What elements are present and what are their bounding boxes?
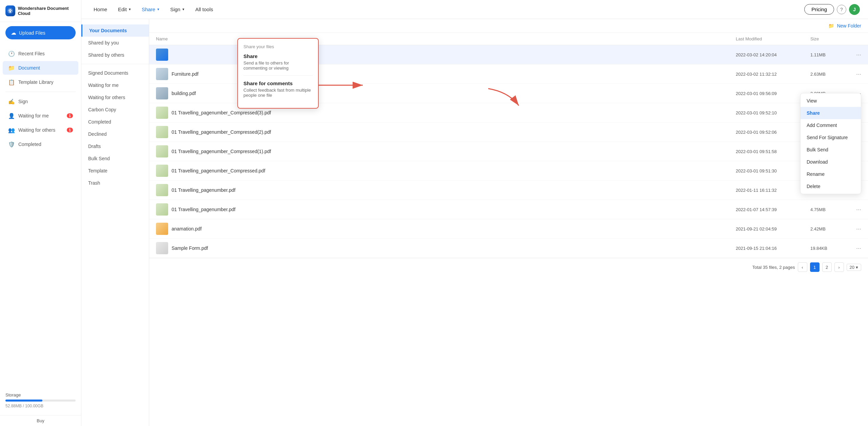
share-option2-title[interactable]: Share for comments bbox=[243, 80, 313, 86]
share-option1-title[interactable]: Share bbox=[243, 53, 313, 59]
avatar[interactable]: J bbox=[849, 4, 860, 15]
doc-nav-waiting-others[interactable]: Waiting for others bbox=[81, 91, 149, 104]
context-add-comment[interactable]: Add Comment bbox=[801, 119, 861, 131]
table-row[interactable]: 01 Travelling_pagenumber.pdf 2022-01-11 … bbox=[149, 181, 868, 200]
waiting-others-icon: 👥 bbox=[8, 127, 15, 133]
context-bulk-send[interactable]: Bulk Send bbox=[801, 144, 861, 156]
file-date: 2022-01-11 16:11:32 bbox=[736, 188, 810, 193]
topnav-edit[interactable]: Edit ▾ bbox=[114, 4, 135, 15]
more-options-button[interactable]: ··· bbox=[851, 71, 861, 78]
page-1-button[interactable]: 1 bbox=[810, 262, 820, 272]
content-area: Share your files Share Send a file to ot… bbox=[81, 19, 868, 426]
file-name: Sample Form.pdf bbox=[172, 245, 208, 251]
col-last-modified: Last Modified bbox=[736, 36, 810, 41]
file-name: anamation.pdf bbox=[172, 226, 202, 231]
sidebar-item-label: Template Library bbox=[18, 79, 54, 85]
file-date: 2022-03-02 11:32:12 bbox=[736, 72, 810, 77]
topnav-share[interactable]: Share ▾ bbox=[138, 4, 163, 15]
sidebar-item-sign[interactable]: ✍️ Sign bbox=[3, 95, 78, 108]
sidebar-item-label: Sign bbox=[18, 99, 28, 104]
doc-nav-template[interactable]: Template bbox=[81, 165, 149, 177]
file-name: 01 Travelling_pagenumber_Compressed(3).p… bbox=[172, 110, 271, 115]
file-date: 2022-03-01 09:52:06 bbox=[736, 130, 810, 135]
table-row[interactable]: 01 Travelling_pagenumber_Compressed(1).p… bbox=[149, 142, 868, 161]
main-area: Home Edit ▾ Share ▾ Sign ▾ All tools Pri… bbox=[81, 0, 868, 426]
sidebar-item-document[interactable]: 📁 Document bbox=[3, 61, 78, 75]
app-logo: Wondershare Document Cloud bbox=[0, 0, 81, 22]
sidebar-item-recent[interactable]: 🕐 Recent Files bbox=[3, 47, 78, 60]
doc-nav-waiting-me[interactable]: Waiting for me bbox=[81, 79, 149, 91]
waiting-others-badge: 1 bbox=[67, 128, 73, 132]
pricing-button[interactable]: Pricing bbox=[804, 4, 834, 15]
buy-button[interactable]: Buy bbox=[0, 415, 81, 426]
sidebar-item-waiting-me[interactable]: 👤 Waiting for me 1 bbox=[3, 109, 78, 123]
topnav-sign[interactable]: Sign ▾ bbox=[166, 4, 189, 15]
page-2-button[interactable]: 2 bbox=[822, 262, 832, 272]
more-options-button[interactable]: ··· bbox=[851, 245, 861, 252]
divider-1 bbox=[5, 92, 76, 92]
more-options-button[interactable]: ··· bbox=[851, 51, 861, 58]
next-page-button[interactable]: › bbox=[834, 262, 844, 272]
waiting-me-badge: 1 bbox=[67, 113, 73, 118]
file-size: 4.75MB bbox=[810, 207, 851, 212]
upload-button[interactable]: ☁ Upload Files bbox=[5, 26, 76, 39]
doc-nav-declined[interactable]: Declined bbox=[81, 128, 149, 140]
document-icon: 📁 bbox=[8, 64, 15, 71]
svg-rect-1 bbox=[9, 11, 11, 13]
doc-nav-completed[interactable]: Completed bbox=[81, 116, 149, 128]
more-options-button[interactable]: ··· bbox=[851, 225, 861, 233]
doc-nav-shared-by-others[interactable]: Shared by others bbox=[81, 49, 149, 61]
doc-nav-bulk-send[interactable]: Bulk Send bbox=[81, 152, 149, 165]
file-thumbnail bbox=[156, 145, 168, 158]
context-rename[interactable]: Rename bbox=[801, 168, 861, 180]
context-send-signature[interactable]: Send For Signature bbox=[801, 131, 861, 144]
table-row[interactable]: 01 Travelling_pagenumber.pdf 2022-01-07 … bbox=[149, 200, 868, 219]
upload-label: Upload Files bbox=[19, 30, 45, 36]
file-date: 2022-03-01 09:52:10 bbox=[736, 110, 810, 115]
topnav-alltools[interactable]: All tools bbox=[191, 4, 217, 15]
share-dropdown-title: Share your files bbox=[243, 44, 313, 49]
file-name: building.pdf bbox=[172, 91, 196, 96]
table-row[interactable]: 01 Travelling_pagenumber_Compressed.pdf … bbox=[149, 161, 868, 181]
doc-nav-your-documents[interactable]: Your Documents bbox=[81, 24, 149, 37]
doc-nav-carbon-copy[interactable]: Carbon Copy bbox=[81, 104, 149, 116]
file-name: 01 Travelling_pagenumber_Compressed(1).p… bbox=[172, 149, 271, 154]
file-name: 01 Travelling_pagenumber_Compressed.pdf bbox=[172, 168, 265, 173]
doc-nav-shared-by-you[interactable]: Shared by you bbox=[81, 37, 149, 49]
template-icon: 📋 bbox=[8, 79, 15, 86]
upload-icon: ☁ bbox=[11, 30, 16, 36]
doc-nav-drafts[interactable]: Drafts bbox=[81, 140, 149, 152]
sign-icon: ✍️ bbox=[8, 98, 15, 105]
topnav-home[interactable]: Home bbox=[90, 4, 111, 15]
new-folder-button[interactable]: 📁 New Folder bbox=[828, 23, 861, 29]
file-date: 2022-03-01 09:51:58 bbox=[736, 149, 810, 154]
sidebar-item-template[interactable]: 📋 Template Library bbox=[3, 75, 78, 89]
document-nav: Your Documents Shared by you Shared by o… bbox=[81, 19, 149, 426]
help-button[interactable]: ? bbox=[837, 5, 846, 14]
file-name-cell: 01 Travelling_pagenumber_Compressed(1).p… bbox=[156, 145, 736, 158]
prev-page-button[interactable]: ‹ bbox=[798, 262, 807, 272]
sidebar-item-label: Completed bbox=[18, 142, 41, 147]
sidebar-item-completed[interactable]: 🛡️ Completed bbox=[3, 137, 78, 151]
recent-icon: 🕐 bbox=[8, 50, 15, 57]
context-download[interactable]: Download bbox=[801, 156, 861, 168]
context-share[interactable]: Share bbox=[801, 107, 861, 119]
storage-fill bbox=[5, 400, 42, 402]
file-name-cell: 01 Travelling_pagenumber.pdf bbox=[156, 184, 736, 196]
more-options-button[interactable]: ··· bbox=[851, 206, 861, 213]
file-date: 2021-09-21 02:04:59 bbox=[736, 226, 810, 231]
context-view[interactable]: View bbox=[801, 95, 861, 107]
sidebar-item-label: Waiting for me bbox=[18, 113, 49, 118]
file-thumbnail bbox=[156, 126, 168, 138]
table-row[interactable]: Sample Form.pdf 2021-09-15 21:04:16 19.8… bbox=[149, 239, 868, 258]
table-row[interactable]: 01 Travelling_pagenumber_Compressed(2).p… bbox=[149, 123, 868, 142]
doc-nav-signed[interactable]: Signed Documents bbox=[81, 67, 149, 79]
pagination: Total 35 files, 2 pages ‹ 1 2 › 20 ▾ bbox=[149, 258, 868, 276]
file-size: 1.11MB bbox=[810, 52, 851, 57]
table-row[interactable]: anamation.pdf 2021-09-21 02:04:59 2.42MB… bbox=[149, 219, 868, 239]
sidebar-item-waiting-others[interactable]: 👥 Waiting for others 1 bbox=[3, 123, 78, 137]
doc-nav-trash[interactable]: Trash bbox=[81, 177, 149, 189]
share-divider bbox=[243, 75, 313, 76]
context-delete[interactable]: Delete bbox=[801, 180, 861, 192]
per-page-selector[interactable]: 20 ▾ bbox=[847, 264, 861, 271]
